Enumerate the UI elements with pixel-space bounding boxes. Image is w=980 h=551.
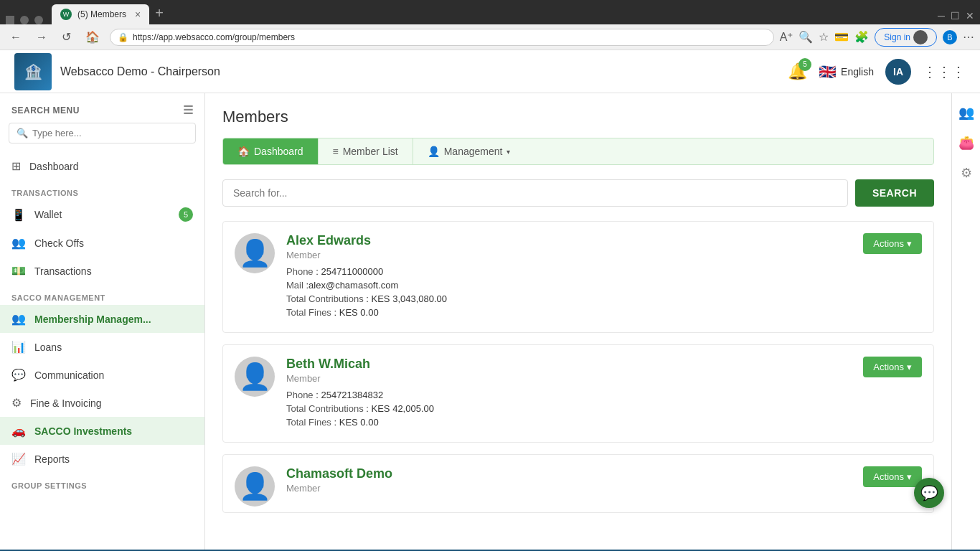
wallet-panel-icon[interactable]: 👛 xyxy=(958,135,974,151)
refresh-button[interactable]: ↺ xyxy=(57,29,75,45)
new-tab-button[interactable]: + xyxy=(149,5,169,22)
actions-dropdown-icon: ▾ xyxy=(907,238,912,249)
member-card: 👤 Alex Edwards Member Phone : 2547110000… xyxy=(222,221,934,333)
tab-dashboard[interactable]: 🏠 Dashboard xyxy=(223,138,319,164)
contributions-value: : KES 3,043,080.00 xyxy=(366,293,447,304)
member-role: Member xyxy=(286,483,922,494)
tab-management[interactable]: 👤 Management ▾ xyxy=(413,138,525,164)
forward-button[interactable]: → xyxy=(32,29,52,45)
actions-label: Actions xyxy=(873,238,904,249)
member-contributions: Total Contributions : KES 42,005.00 xyxy=(286,403,922,414)
sign-in-avatar xyxy=(913,30,928,44)
user-avatar[interactable]: IA xyxy=(885,59,911,85)
actions-dropdown-icon: ▾ xyxy=(907,362,912,372)
management-tab-label: Management xyxy=(444,146,503,157)
maximize-button[interactable]: ☐ xyxy=(951,10,960,22)
sidebar-wallet-label: Wallet xyxy=(34,209,62,220)
language-selector[interactable]: 🇬🇧 English xyxy=(819,63,874,80)
mail-value: :alex@chamasoft.com xyxy=(306,280,398,291)
wallet-icon: 📱 xyxy=(11,208,26,222)
edge-icon: B xyxy=(943,30,957,44)
sidebar-communication-label: Communication xyxy=(34,369,104,381)
sidebar-item-sacco-investments[interactable]: 🚗 SACCO Investments xyxy=(0,417,204,445)
member-phone: Phone : 254711000000 xyxy=(286,266,922,277)
flag-icon: 🇬🇧 xyxy=(819,63,837,80)
members-search-button[interactable]: SEARCH xyxy=(855,179,934,207)
members-search-bar: SEARCH xyxy=(222,179,934,207)
member-actions-button[interactable]: Actions ▾ xyxy=(863,466,922,487)
member-actions-button[interactable]: Actions ▾ xyxy=(863,357,922,377)
sacco-investments-icon: 🚗 xyxy=(11,424,26,438)
tab-navigation: 🏠 Dashboard ≡ Member List 👤 Management ▾ xyxy=(222,138,934,165)
browser-extensions-icon[interactable]: 🧩 xyxy=(854,30,869,44)
sidebar-item-checkoffs[interactable]: 👥 Check Offs xyxy=(0,229,204,257)
phone-label: Phone xyxy=(286,266,314,277)
sign-in-button[interactable]: Sign in xyxy=(875,28,937,47)
tab-favicon: W xyxy=(60,9,72,20)
tab-member-list[interactable]: ≡ Member List xyxy=(319,138,413,164)
support-chat-button[interactable]: 💬 xyxy=(914,478,944,508)
back-button[interactable]: ← xyxy=(6,29,26,45)
notification-badge: 5 xyxy=(798,58,811,71)
sidebar-item-transactions[interactable]: 💵 Transactions xyxy=(0,257,204,285)
fines-label: Total Fines xyxy=(286,307,331,318)
sidebar-item-wallet[interactable]: 📱 Wallet 5 xyxy=(0,200,204,229)
app-title: Websacco Demo - Chairperson xyxy=(60,65,220,78)
transactions-section-label: TRANSACTIONS xyxy=(0,180,204,200)
sidebar-sacco-investments-label: SACCO Investments xyxy=(34,425,132,437)
hamburger-icon[interactable]: ☰ xyxy=(183,103,194,117)
sidebar-item-communication[interactable]: 💬 Communication xyxy=(0,361,204,389)
member-name[interactable]: Alex Edwards xyxy=(286,233,922,248)
more-options-icon[interactable]: ⋯ xyxy=(963,30,974,44)
sidebar-item-dashboard[interactable]: ⊞ Dashboard xyxy=(0,152,204,180)
right-panel: 👥 👛 ⚙ xyxy=(951,93,980,550)
close-button[interactable]: ✕ xyxy=(966,10,974,22)
search-menu-label: SEARCH MENU xyxy=(11,105,80,116)
address-bar[interactable]: 🔒 https://app.websacco.com/group/members xyxy=(110,29,774,46)
browser-tab[interactable]: W (5) Members × xyxy=(52,4,149,24)
member-phone: Phone : 254721384832 xyxy=(286,390,922,400)
sidebar-transactions-label: Transactions xyxy=(34,265,92,277)
avatar-icon: 👤 xyxy=(239,362,271,392)
sidebar-item-loans[interactable]: 📊 Loans xyxy=(0,333,204,361)
settings-panel-icon[interactable]: ⚙ xyxy=(961,165,972,181)
sidebar-item-reports[interactable]: 📈 Reports xyxy=(0,445,204,473)
fines-value: : KES 0.00 xyxy=(334,307,379,318)
sidebar-membership-label: Membership Managem... xyxy=(34,314,151,325)
member-name[interactable]: Chamasoft Demo xyxy=(286,466,922,481)
member-actions-button[interactable]: Actions ▾ xyxy=(863,233,922,254)
app-header: 🏦 Websacco Demo - Chairperson 🔔 5 🇬🇧 Eng… xyxy=(0,50,980,93)
minimize-button[interactable]: ─ xyxy=(938,10,945,22)
logo-area: 🏦 Websacco Demo - Chairperson xyxy=(14,53,220,90)
member-name[interactable]: Beth W.Micah xyxy=(286,357,922,372)
group-settings-section-label: GROUP SETTINGS xyxy=(0,473,204,493)
phone-label: Phone xyxy=(286,390,314,400)
member-role: Member xyxy=(286,250,922,260)
avatar-icon: 👤 xyxy=(239,471,271,501)
loans-icon: 📊 xyxy=(11,340,26,354)
favorites-icon[interactable]: ☆ xyxy=(819,30,829,44)
tab-close-button[interactable]: × xyxy=(135,9,141,20)
sidebar-checkoffs-label: Check Offs xyxy=(34,237,84,249)
contributions-value: : KES 42,005.00 xyxy=(366,403,434,414)
actions-dropdown-icon: ▾ xyxy=(907,471,912,482)
member-info: Alex Edwards Member Phone : 254711000000… xyxy=(286,233,922,321)
read-mode-icon[interactable]: A⁺ xyxy=(780,30,793,44)
grid-menu-icon[interactable]: ⋮⋮⋮ xyxy=(923,63,966,80)
content-area: Members 🏠 Dashboard ≡ Member List 👤 Mana… xyxy=(205,93,951,550)
search-page-icon[interactable]: 🔍 xyxy=(798,30,813,44)
fines-value: : KES 0.00 xyxy=(334,417,379,428)
sidebar-search-input[interactable] xyxy=(32,128,188,138)
sidebar-search-box[interactable]: 🔍 xyxy=(9,123,196,143)
chat-icon: 💬 xyxy=(920,484,938,501)
sidebar-item-membership[interactable]: 👥 Membership Managem... xyxy=(0,305,204,333)
browser-wallet-icon[interactable]: 💳 xyxy=(834,30,849,44)
members-search-input[interactable] xyxy=(222,179,848,207)
wallet-badge: 5 xyxy=(179,207,193,222)
users-panel-icon[interactable]: 👥 xyxy=(958,105,974,121)
notifications-button[interactable]: 🔔 5 xyxy=(788,62,807,81)
nav-icons: A⁺ 🔍 ☆ 💳 🧩 Sign in B ⋯ xyxy=(780,28,974,47)
home-button[interactable]: 🏠 xyxy=(81,29,104,45)
sidebar-item-fine-invoicing[interactable]: ⚙ Fine & Invoicing xyxy=(0,389,204,417)
phone-value: 254721384832 xyxy=(321,390,383,400)
